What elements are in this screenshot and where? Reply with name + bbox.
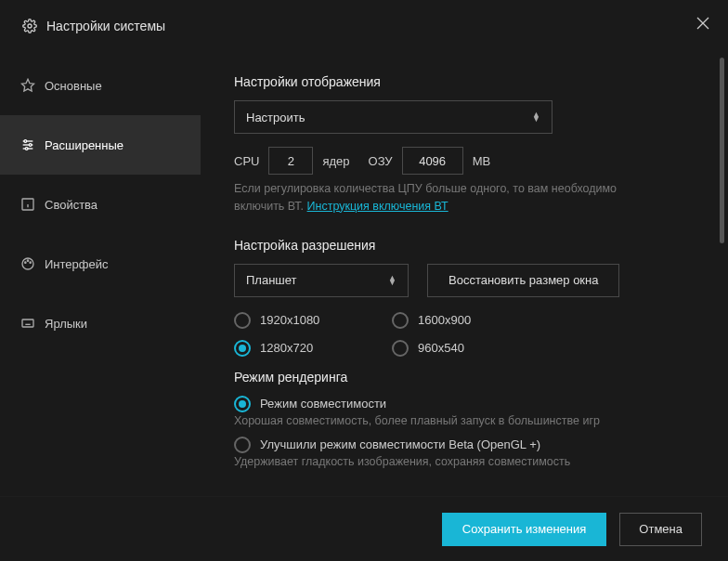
resolution-option-1600x900[interactable]: 1600x900 bbox=[392, 312, 550, 329]
star-icon bbox=[20, 78, 45, 93]
dropdown-value: Настроить bbox=[246, 111, 306, 124]
cpu-input[interactable] bbox=[268, 147, 313, 175]
sidebar-item-basic[interactable]: Основные bbox=[0, 56, 201, 115]
sidebar-item-label: Основные bbox=[45, 79, 102, 93]
gear-icon bbox=[22, 19, 37, 33]
display-dropdown[interactable]: Настроить ▲▼ bbox=[234, 100, 552, 134]
cancel-button[interactable]: Отмена bbox=[619, 513, 702, 546]
cpu-hint: Если регулировка количества ЦПУ больше о… bbox=[234, 180, 661, 215]
content-panel: Настройки отображения Настроить ▲▼ CPU я… bbox=[201, 52, 728, 496]
resolution-dropdown[interactable]: Планшет ▲▼ bbox=[234, 264, 409, 297]
sidebar-item-shortcuts[interactable]: Ярлыки bbox=[0, 294, 201, 353]
sidebar-item-label: Ярлыки bbox=[45, 317, 87, 331]
svg-point-16 bbox=[30, 262, 31, 263]
svg-marker-3 bbox=[21, 79, 33, 91]
render-hint-1: Хорошая совместимость, более плавный зап… bbox=[234, 414, 695, 427]
scrollbar[interactable] bbox=[720, 58, 724, 243]
radio-icon bbox=[234, 312, 251, 329]
display-heading: Настройки отображения bbox=[234, 74, 695, 89]
restore-window-button[interactable]: Восстановить размер окна bbox=[427, 264, 619, 297]
svg-point-15 bbox=[27, 260, 28, 261]
close-icon[interactable] bbox=[696, 17, 709, 30]
resolution-heading: Настройка разрешения bbox=[234, 238, 695, 253]
radio-icon bbox=[392, 340, 409, 357]
sidebar-item-properties[interactable]: Свойства bbox=[0, 175, 201, 234]
sidebar: Основные Расширенные Свойства Интерфейс … bbox=[0, 52, 201, 496]
sidebar-item-label: Расширенные bbox=[45, 138, 124, 152]
cpu-ram-row: CPU ядер ОЗУ MB bbox=[234, 147, 695, 175]
info-icon bbox=[20, 197, 45, 212]
svg-point-8 bbox=[29, 144, 32, 147]
keyboard-icon bbox=[20, 316, 45, 331]
resolution-options: 1920x1080 1600x900 1280x720 960x540 bbox=[234, 312, 695, 357]
footer: Сохранить изменения Отмена bbox=[0, 496, 728, 561]
ram-input[interactable] bbox=[402, 147, 463, 175]
svg-point-7 bbox=[24, 140, 27, 143]
resolution-option-960x540[interactable]: 960x540 bbox=[392, 340, 550, 357]
svg-point-0 bbox=[28, 24, 32, 28]
resolution-option-1920x1080[interactable]: 1920x1080 bbox=[234, 312, 392, 329]
resolution-option-1280x720[interactable]: 1280x720 bbox=[234, 340, 392, 357]
sidebar-item-label: Интерфейс bbox=[45, 257, 108, 271]
svg-point-9 bbox=[25, 148, 28, 150]
radio-icon bbox=[392, 312, 409, 329]
cores-label: ядер bbox=[322, 154, 349, 168]
palette-icon bbox=[20, 256, 45, 271]
sidebar-item-interface[interactable]: Интерфейс bbox=[0, 234, 201, 294]
ram-label: ОЗУ bbox=[369, 154, 393, 168]
svg-rect-17 bbox=[22, 320, 33, 327]
radio-icon bbox=[234, 340, 251, 357]
vt-link[interactable]: Инструкция включения ВТ bbox=[307, 200, 448, 213]
radio-icon bbox=[234, 437, 251, 453]
render-option-opengl[interactable]: Улучшили режим совместимости Beta (OpenG… bbox=[234, 437, 695, 453]
render-hint-2: Удерживает гладкость изображения, сохран… bbox=[234, 455, 695, 468]
chevron-updown-icon: ▲▼ bbox=[532, 112, 540, 122]
sidebar-item-label: Свойства bbox=[45, 198, 98, 212]
render-heading: Режим рендеринга bbox=[234, 370, 695, 385]
window-title: Настройки системы bbox=[46, 19, 165, 33]
dropdown-value: Планшет bbox=[246, 273, 297, 287]
render-option-compat[interactable]: Режим совместимости bbox=[234, 396, 695, 412]
sliders-icon bbox=[20, 137, 45, 152]
chevron-updown-icon: ▲▼ bbox=[388, 276, 396, 285]
svg-point-14 bbox=[25, 262, 26, 263]
save-button[interactable]: Сохранить изменения bbox=[442, 513, 607, 546]
titlebar: Настройки системы bbox=[0, 0, 728, 52]
radio-icon bbox=[234, 396, 251, 412]
sidebar-item-advanced[interactable]: Расширенные bbox=[0, 115, 201, 175]
settings-window: Настройки системы Основные Расширенные С… bbox=[0, 0, 728, 561]
cpu-label: CPU bbox=[234, 154, 259, 168]
mb-label: MB bbox=[473, 154, 491, 168]
